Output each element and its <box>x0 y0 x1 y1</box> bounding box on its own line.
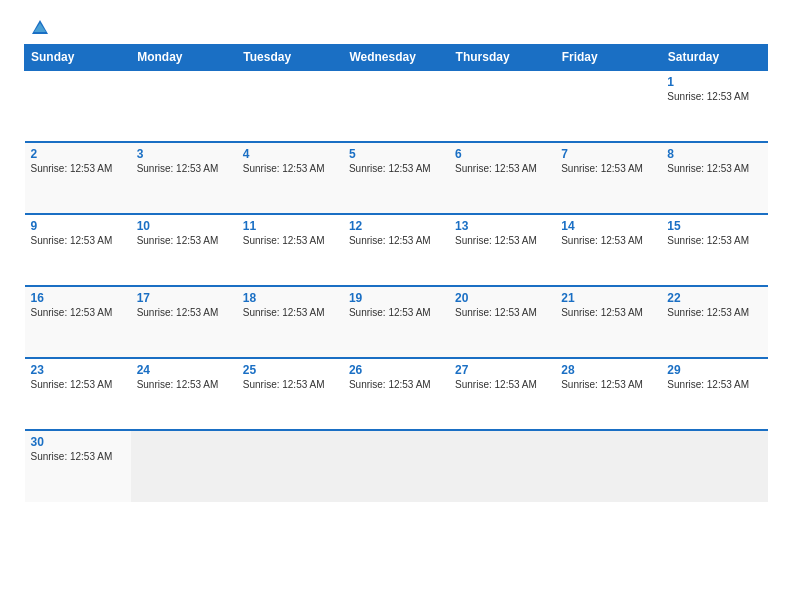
day-info: Sunrise: 12:53 AM <box>667 379 761 390</box>
day-number: 3 <box>137 147 231 161</box>
calendar-cell: 11Sunrise: 12:53 AM <box>237 214 343 286</box>
calendar-cell: 3Sunrise: 12:53 AM <box>131 142 237 214</box>
weekday-header-friday: Friday <box>555 45 661 71</box>
day-info: Sunrise: 12:53 AM <box>667 307 761 318</box>
day-info: Sunrise: 12:53 AM <box>31 451 125 462</box>
week-row-1: 1Sunrise: 12:53 AM <box>25 70 768 142</box>
day-info: Sunrise: 12:53 AM <box>243 379 337 390</box>
weekday-header-tuesday: Tuesday <box>237 45 343 71</box>
calendar-cell: 23Sunrise: 12:53 AM <box>25 358 131 430</box>
logo-icon <box>30 18 50 38</box>
calendar-cell <box>343 70 449 142</box>
calendar-cell <box>449 430 555 502</box>
week-row-5: 23Sunrise: 12:53 AM24Sunrise: 12:53 AM25… <box>25 358 768 430</box>
calendar-cell: 29Sunrise: 12:53 AM <box>661 358 767 430</box>
calendar-cell <box>555 430 661 502</box>
day-info: Sunrise: 12:53 AM <box>561 379 655 390</box>
calendar-cell: 25Sunrise: 12:53 AM <box>237 358 343 430</box>
day-number: 22 <box>667 291 761 305</box>
day-number: 24 <box>137 363 231 377</box>
day-number: 29 <box>667 363 761 377</box>
calendar-cell: 7Sunrise: 12:53 AM <box>555 142 661 214</box>
day-info: Sunrise: 12:53 AM <box>349 235 443 246</box>
weekday-header-row: SundayMondayTuesdayWednesdayThursdayFrid… <box>25 45 768 71</box>
page: SundayMondayTuesdayWednesdayThursdayFrid… <box>0 0 792 612</box>
weekday-header-wednesday: Wednesday <box>343 45 449 71</box>
day-info: Sunrise: 12:53 AM <box>561 307 655 318</box>
calendar-cell: 18Sunrise: 12:53 AM <box>237 286 343 358</box>
weekday-header-saturday: Saturday <box>661 45 767 71</box>
weekday-header-monday: Monday <box>131 45 237 71</box>
day-number: 30 <box>31 435 125 449</box>
calendar-cell <box>661 430 767 502</box>
day-number: 10 <box>137 219 231 233</box>
calendar-cell: 16Sunrise: 12:53 AM <box>25 286 131 358</box>
day-number: 18 <box>243 291 337 305</box>
logo <box>24 18 54 38</box>
day-number: 16 <box>31 291 125 305</box>
day-number: 2 <box>31 147 125 161</box>
day-info: Sunrise: 12:53 AM <box>31 379 125 390</box>
calendar-cell: 8Sunrise: 12:53 AM <box>661 142 767 214</box>
week-row-4: 16Sunrise: 12:53 AM17Sunrise: 12:53 AM18… <box>25 286 768 358</box>
calendar-cell: 5Sunrise: 12:53 AM <box>343 142 449 214</box>
day-info: Sunrise: 12:53 AM <box>455 307 549 318</box>
day-info: Sunrise: 12:53 AM <box>667 163 761 174</box>
calendar: SundayMondayTuesdayWednesdayThursdayFrid… <box>24 44 768 502</box>
week-row-3: 9Sunrise: 12:53 AM10Sunrise: 12:53 AM11S… <box>25 214 768 286</box>
day-number: 25 <box>243 363 337 377</box>
calendar-cell: 30Sunrise: 12:53 AM <box>25 430 131 502</box>
calendar-cell <box>449 70 555 142</box>
day-number: 21 <box>561 291 655 305</box>
day-number: 4 <box>243 147 337 161</box>
day-info: Sunrise: 12:53 AM <box>667 235 761 246</box>
day-number: 8 <box>667 147 761 161</box>
calendar-cell: 9Sunrise: 12:53 AM <box>25 214 131 286</box>
weekday-header-thursday: Thursday <box>449 45 555 71</box>
day-number: 14 <box>561 219 655 233</box>
calendar-cell: 20Sunrise: 12:53 AM <box>449 286 555 358</box>
day-info: Sunrise: 12:53 AM <box>137 163 231 174</box>
day-number: 1 <box>667 75 761 89</box>
day-number: 7 <box>561 147 655 161</box>
calendar-cell: 26Sunrise: 12:53 AM <box>343 358 449 430</box>
day-number: 6 <box>455 147 549 161</box>
day-info: Sunrise: 12:53 AM <box>667 91 761 102</box>
calendar-cell: 17Sunrise: 12:53 AM <box>131 286 237 358</box>
day-info: Sunrise: 12:53 AM <box>31 163 125 174</box>
calendar-cell: 10Sunrise: 12:53 AM <box>131 214 237 286</box>
calendar-cell <box>237 70 343 142</box>
day-info: Sunrise: 12:53 AM <box>137 235 231 246</box>
calendar-cell: 12Sunrise: 12:53 AM <box>343 214 449 286</box>
calendar-cell: 6Sunrise: 12:53 AM <box>449 142 555 214</box>
day-info: Sunrise: 12:53 AM <box>137 379 231 390</box>
weekday-header-sunday: Sunday <box>25 45 131 71</box>
day-info: Sunrise: 12:53 AM <box>137 307 231 318</box>
day-info: Sunrise: 12:53 AM <box>455 163 549 174</box>
day-number: 15 <box>667 219 761 233</box>
calendar-cell: 24Sunrise: 12:53 AM <box>131 358 237 430</box>
day-info: Sunrise: 12:53 AM <box>561 163 655 174</box>
day-number: 11 <box>243 219 337 233</box>
calendar-cell <box>131 430 237 502</box>
day-number: 23 <box>31 363 125 377</box>
day-number: 19 <box>349 291 443 305</box>
day-info: Sunrise: 12:53 AM <box>31 307 125 318</box>
day-number: 17 <box>137 291 231 305</box>
day-number: 28 <box>561 363 655 377</box>
header <box>24 18 768 38</box>
week-row-6: 30Sunrise: 12:53 AM <box>25 430 768 502</box>
calendar-cell: 28Sunrise: 12:53 AM <box>555 358 661 430</box>
day-info: Sunrise: 12:53 AM <box>455 379 549 390</box>
calendar-cell <box>555 70 661 142</box>
day-info: Sunrise: 12:53 AM <box>349 163 443 174</box>
week-row-2: 2Sunrise: 12:53 AM3Sunrise: 12:53 AM4Sun… <box>25 142 768 214</box>
calendar-cell <box>131 70 237 142</box>
day-number: 9 <box>31 219 125 233</box>
day-number: 20 <box>455 291 549 305</box>
calendar-cell: 1Sunrise: 12:53 AM <box>661 70 767 142</box>
day-info: Sunrise: 12:53 AM <box>243 235 337 246</box>
calendar-cell <box>343 430 449 502</box>
day-info: Sunrise: 12:53 AM <box>31 235 125 246</box>
day-number: 27 <box>455 363 549 377</box>
